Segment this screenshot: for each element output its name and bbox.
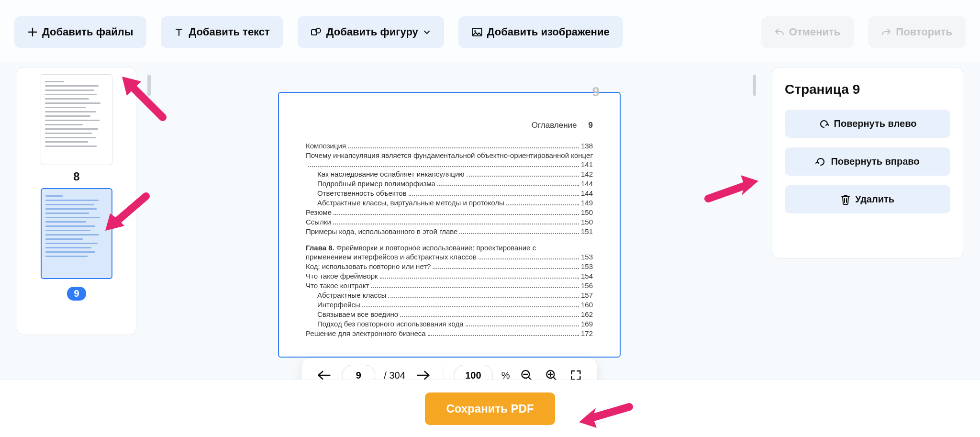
toc-line: Подробный пример полиморфизма144 bbox=[306, 179, 593, 188]
page-header-number: 9 bbox=[589, 121, 593, 130]
toc-line: Примеры кода, использованного в этой гла… bbox=[306, 227, 593, 236]
page-header-label: Оглавление bbox=[532, 121, 577, 130]
toc-line: Что такое фреймворк154 bbox=[306, 272, 593, 280]
main-area: 8 9 9 Оглавление 9 Композиция138Почему и… bbox=[0, 67, 980, 380]
save-pdf-button[interactable]: Сохранить PDF bbox=[425, 392, 555, 425]
rotate-right-icon bbox=[815, 157, 826, 167]
arrow-right-icon bbox=[416, 370, 430, 381]
thumbnail-sidebar: 8 9 bbox=[17, 67, 136, 335]
page-preview[interactable]: Оглавление 9 Композиция138Почему инкапсу… bbox=[278, 92, 621, 358]
redo-button[interactable]: Повторить bbox=[868, 16, 966, 48]
panel-title: Страница 9 bbox=[785, 82, 950, 97]
toc-line: Абстрактные классы157 bbox=[306, 291, 593, 300]
save-label: Сохранить PDF bbox=[446, 402, 534, 415]
toc-line: Ответственность объектов144 bbox=[306, 189, 593, 198]
chevron-down-icon bbox=[423, 28, 431, 36]
add-files-button[interactable]: Добавить файлы bbox=[14, 16, 146, 48]
rotate-left-label: Повернуть влево bbox=[834, 118, 917, 129]
total-pages: 304 bbox=[389, 370, 405, 381]
toc-line: Ссылки150 bbox=[306, 218, 593, 226]
toc-line: Как наследование ослабляет инкапсуляцию1… bbox=[306, 170, 593, 179]
thumbnail-page-8[interactable] bbox=[41, 74, 112, 165]
toc-line: Резюме150 bbox=[306, 208, 593, 217]
page-actions-panel: Страница 9 Повернуть влево Повернуть впр… bbox=[772, 67, 963, 258]
redo-icon bbox=[881, 28, 891, 36]
trash-icon bbox=[841, 194, 850, 205]
rotate-right-button[interactable]: Повернуть вправо bbox=[785, 147, 950, 176]
page-header: Оглавление 9 bbox=[306, 121, 593, 130]
add-text-button[interactable]: Добавить текст bbox=[161, 16, 283, 48]
add-text-label: Добавить текст bbox=[189, 26, 269, 38]
canvas: 9 Оглавление 9 Композиция138Почему инкап… bbox=[136, 67, 762, 380]
undo-label: Отменить bbox=[789, 26, 841, 38]
toc-list: Композиция138Почему инкапсуляция являетс… bbox=[306, 142, 593, 338]
toc-line: Код: использовать повторно или нет?153 bbox=[306, 262, 593, 271]
add-shape-label: Добавить фигуру bbox=[326, 26, 418, 38]
thumbnail-label-9: 9 bbox=[67, 287, 86, 301]
delete-page-button[interactable]: Удалить bbox=[785, 185, 950, 213]
undo-button[interactable]: Отменить bbox=[761, 16, 854, 48]
toc-line: Абстрактные классы, виртуальные методы и… bbox=[306, 199, 593, 207]
add-image-button[interactable]: Добавить изображение bbox=[458, 16, 623, 48]
floating-page-number: 9 bbox=[592, 84, 600, 100]
toc-line: Композиция138 bbox=[306, 142, 593, 150]
thumbnail-label-8: 8 bbox=[73, 170, 79, 183]
rotate-left-button[interactable]: Повернуть влево bbox=[785, 110, 950, 138]
toc-line: Интерфейсы160 bbox=[306, 301, 593, 309]
add-shape-button[interactable]: Добавить фигуру bbox=[298, 16, 444, 48]
arrow-left-icon bbox=[317, 370, 331, 381]
toc-line: Что такое контракт156 bbox=[306, 281, 593, 290]
rotate-left-icon bbox=[819, 119, 829, 129]
redo-label: Повторить bbox=[896, 26, 952, 38]
shape-icon bbox=[311, 27, 322, 37]
toolbar: Добавить файлы Добавить текст Добавить ф… bbox=[0, 0, 980, 62]
add-image-label: Добавить изображение bbox=[487, 26, 610, 38]
image-icon bbox=[472, 27, 482, 37]
thumbnail-page-9[interactable] bbox=[41, 188, 112, 279]
text-icon bbox=[174, 27, 184, 37]
toc-line: Связываем все воедино162 bbox=[306, 310, 593, 319]
toc-line: Подход без повторного использования кода… bbox=[306, 320, 593, 328]
right-resize-handle[interactable] bbox=[753, 75, 756, 96]
add-files-label: Добавить файлы bbox=[42, 26, 133, 38]
undo-icon bbox=[775, 28, 784, 36]
save-bar: Сохранить PDF bbox=[0, 380, 980, 437]
svg-point-3 bbox=[474, 30, 476, 32]
delete-label: Удалить bbox=[855, 194, 894, 205]
toc-line: 141 bbox=[306, 160, 593, 169]
rotate-right-label: Повернуть вправо bbox=[831, 156, 919, 167]
toc-line: Решение для электронного бизнеса172 bbox=[306, 329, 593, 338]
plus-icon bbox=[28, 27, 37, 37]
